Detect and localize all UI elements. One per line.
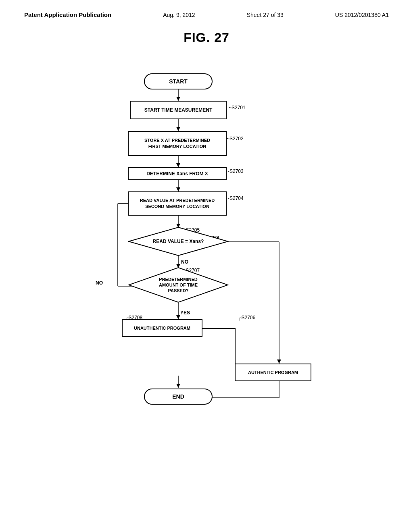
- s2703-node: DETERMINE Xans FROM X: [128, 167, 227, 180]
- s2705-diamond: READ VALUE = Xans?: [128, 227, 229, 256]
- s2704-node: READ VALUE AT PREDETERMINED SECOND MEMOR…: [128, 191, 227, 216]
- svg-marker-5: [176, 163, 180, 167]
- end-node: END: [144, 389, 213, 405]
- page: Patent Application Publication Aug. 9, 2…: [0, 0, 413, 532]
- s2701-node: START TIME MEASUREMENT: [130, 101, 227, 119]
- svg-marker-1: [176, 97, 180, 101]
- figure-title: FIG. 27: [0, 30, 413, 45]
- s2702-label: ~S2702: [227, 136, 244, 141]
- svg-marker-3: [176, 127, 180, 131]
- s2706-node: AUTHENTIC PROGRAM: [235, 364, 311, 381]
- s2708-node: UNAUTHENTIC PROGRAM: [122, 319, 202, 337]
- s2703-label: ~S2703: [227, 168, 244, 174]
- h-connector: [202, 328, 236, 329]
- s2704-label: ~S2704: [227, 195, 244, 201]
- start-node: START: [144, 73, 213, 89]
- s2701-label: ~S2701: [229, 105, 246, 110]
- v-connector: [235, 328, 236, 364]
- header: Patent Application Publication Aug. 9, 2…: [0, 0, 413, 18]
- svg-text:YES: YES: [180, 310, 190, 316]
- header-patent-number: US 2012/0201380 A1: [335, 12, 389, 18]
- s2702-node: STORE X AT PREDETERMINED FIRST MEMORY LO…: [128, 131, 227, 156]
- svg-marker-15: [277, 360, 281, 364]
- svg-marker-18: [176, 315, 180, 319]
- header-date: Aug. 9, 2012: [163, 12, 195, 18]
- svg-marker-26: [176, 384, 180, 388]
- svg-text:NO: NO: [181, 259, 188, 265]
- svg-marker-7: [176, 187, 180, 191]
- s2707-diamond: PREDETERMINED AMOUNT OF TIME PASSED?: [128, 267, 229, 303]
- svg-text:NO: NO: [96, 280, 103, 286]
- header-sheet: Sheet 27 of 33: [247, 12, 284, 18]
- header-publication: Patent Application Publication: [24, 11, 111, 18]
- svg-text:┌S2706: ┌S2706: [238, 315, 256, 321]
